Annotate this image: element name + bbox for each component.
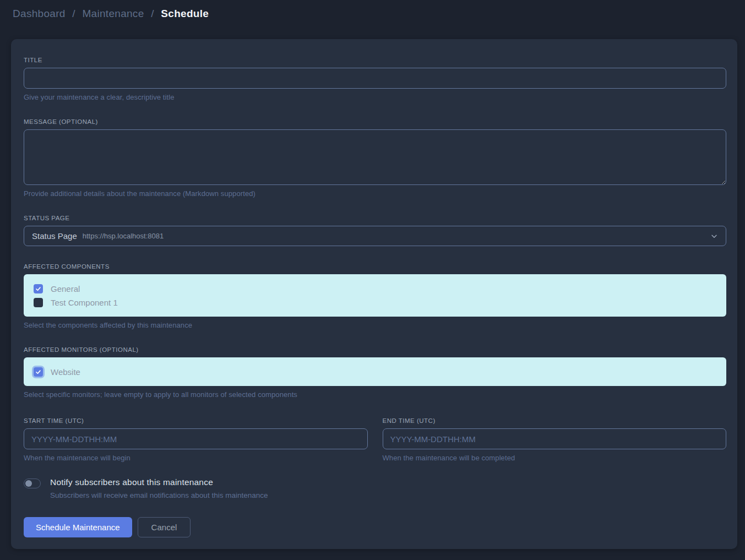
affected-components-field-group: AFFECTED COMPONENTS General Test Compone… [24, 263, 726, 329]
end-time-label: END TIME (UTC) [383, 417, 727, 424]
schedule-maintenance-button[interactable]: Schedule Maintenance [24, 517, 132, 537]
message-label: MESSAGE (OPTIONAL) [24, 118, 726, 125]
notify-subscribers-label[interactable]: Notify subscribers about this maintenanc… [50, 477, 268, 487]
checkbox-checked-icon[interactable] [34, 284, 43, 293]
notify-subscribers-toggle[interactable] [24, 479, 41, 488]
breadcrumb-separator: / [151, 8, 154, 19]
component-option-label[interactable]: Test Component 1 [51, 298, 118, 307]
breadcrumb-separator: / [72, 8, 75, 19]
affected-monitors-label: AFFECTED MONITORS (OPTIONAL) [24, 346, 726, 353]
notify-subscribers-texts: Notify subscribers about this maintenanc… [45, 477, 268, 499]
affected-components-listbox: General Test Component 1 [24, 274, 726, 317]
breadcrumb-maintenance[interactable]: Maintenance [82, 8, 144, 19]
form-actions: Schedule Maintenance Cancel [24, 517, 726, 537]
start-time-input[interactable] [24, 428, 368, 449]
affected-monitors-help-text: Select specific monitors; leave empty to… [24, 390, 726, 399]
monitor-option-website[interactable]: Website [34, 365, 716, 378]
status-page-select[interactable]: Status Page https://hsp.localhost:8081 [24, 226, 726, 246]
breadcrumb-dashboard[interactable]: Dashboard [13, 8, 66, 19]
affected-components-help-text: Select the components affected by this m… [24, 321, 726, 329]
top-bar: Dashboard / Maintenance / Schedule [0, 0, 745, 27]
affected-monitors-field-group: AFFECTED MONITORS (OPTIONAL) Website Sel… [24, 346, 726, 399]
component-option-test-component-1[interactable]: Test Component 1 [34, 296, 716, 309]
start-time-help-text: When the maintenance will begin [24, 454, 368, 462]
cancel-button[interactable]: Cancel [138, 517, 191, 537]
message-help-text: Provide additional details about the mai… [24, 189, 726, 198]
schedule-maintenance-form-card: TITLE Give your maintenance a clear, des… [11, 39, 737, 549]
status-page-field-group: STATUS PAGE Status Page https://hsp.loca… [24, 215, 726, 246]
affected-components-label: AFFECTED COMPONENTS [24, 263, 726, 270]
message-textarea[interactable] [24, 129, 726, 185]
breadcrumb-current-schedule: Schedule [161, 8, 209, 19]
title-field-group: TITLE Give your maintenance a clear, des… [24, 57, 726, 101]
toggle-knob [25, 480, 32, 487]
component-option-general[interactable]: General [34, 282, 716, 295]
time-fields-row: START TIME (UTC) When the maintenance wi… [24, 417, 726, 462]
status-page-label: STATUS PAGE [24, 215, 726, 221]
title-help-text: Give your maintenance a clear, descripti… [24, 93, 726, 101]
component-option-label[interactable]: General [51, 284, 80, 293]
end-time-help-text: When the maintenance will be completed [383, 454, 727, 462]
checkbox-unchecked-icon[interactable] [34, 298, 43, 307]
chevron-down-icon [710, 232, 718, 240]
message-field-group: MESSAGE (OPTIONAL) Provide additional de… [24, 118, 726, 198]
title-input[interactable] [24, 68, 726, 89]
title-label: TITLE [24, 57, 726, 63]
status-page-selected-name: Status Page [32, 231, 77, 241]
affected-monitors-listbox: Website [24, 357, 726, 386]
monitor-option-label[interactable]: Website [51, 367, 80, 377]
breadcrumb: Dashboard / Maintenance / Schedule [13, 8, 732, 20]
end-time-input[interactable] [383, 428, 727, 449]
status-page-selected-url: https://hsp.localhost:8081 [83, 232, 164, 240]
start-time-field-group: START TIME (UTC) When the maintenance wi… [24, 417, 368, 462]
notify-subscribers-help-text: Subscribers will receive email notificat… [50, 491, 268, 499]
start-time-label: START TIME (UTC) [24, 417, 368, 424]
checkbox-checked-icon[interactable] [34, 367, 43, 377]
notify-subscribers-row: Notify subscribers about this maintenanc… [24, 477, 726, 499]
end-time-field-group: END TIME (UTC) When the maintenance will… [383, 417, 727, 462]
